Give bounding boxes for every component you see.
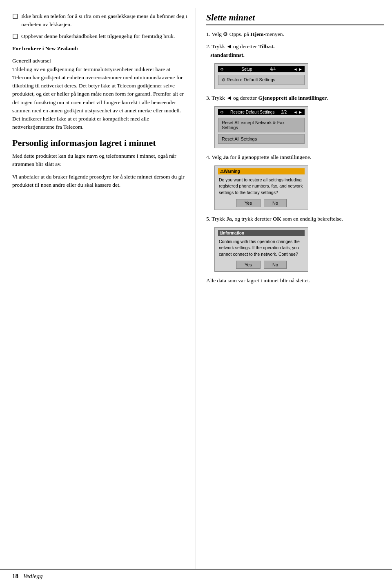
final-text-block: Alle data som var lagret i minnet blir n…	[206, 277, 384, 285]
step-4: 4. Velg Ja for å gjenopprette alle innst…	[206, 153, 384, 161]
screen-2-nav-icon: ◄ ►	[293, 110, 303, 114]
screen-2: ⚙ Restore Default Settings 2/2 ◄ ► Reset…	[214, 106, 308, 148]
step-4-text: 4. Velg Ja for å gjenopprette alle innst…	[206, 154, 311, 160]
step-5-text: 5. Trykk Ja, og trykk deretter OK som en…	[206, 216, 343, 222]
personal-info-heading: Personlig informasjon lagret i minnet	[12, 137, 187, 149]
screen-2-btn2: Reset All Settings	[218, 134, 305, 144]
step-3: 3. Trykk ◄ og deretter Gjenopprett alle …	[206, 94, 384, 102]
content-area: ☐ Ikke bruk en telefon for å si ifra om …	[0, 0, 392, 569]
warning-icon: ⚠	[220, 169, 224, 174]
warning-buttons: Yes No	[218, 199, 305, 207]
screen-1: ⚙ Setup 4/4 ◄ ► ⊘ Restore Default Settin…	[214, 63, 308, 89]
screen-1-restore-btn: ⊘ Restore Default Settings	[218, 75, 305, 85]
screen-1-nav-icon: ◄ ►	[293, 67, 303, 71]
warning-screen: ⚠ Warning Do you want to restore all set…	[214, 165, 308, 210]
screen-1-title: Setup	[241, 67, 252, 71]
new-zealand-body: Generell advarsel Tildeling av en godkje…	[12, 57, 187, 131]
screen-1-setup-icon: ⚙	[220, 67, 224, 71]
info-yes-btn[interactable]: Yes	[236, 261, 261, 269]
warning-body: Do you want to restore all settings incl…	[218, 177, 305, 196]
footer-page-number: 18	[12, 573, 18, 580]
screen-2-btn1: Reset All except Network & Fax Settings	[218, 118, 305, 132]
settings-icon: ⚙	[223, 31, 228, 37]
info-title: Information	[222, 231, 244, 235]
info-titlebar: ℹ Information	[218, 230, 305, 236]
info-screen: ℹ Information Continuing with this opera…	[214, 227, 308, 272]
page: ☐ Ikke bruk en telefon for å si ifra om …	[0, 0, 392, 583]
personal-info-para2: Vi anbefaler at du bruker følgende prose…	[12, 173, 187, 190]
step-1-text: 1. Velg ⚙ Opps. på Hjem-menyen.	[206, 31, 284, 37]
checkbox-icon-2: ☐	[12, 33, 18, 40]
checkbox-text-2: Oppbevar denne brukerhåndboken lett tilg…	[21, 32, 175, 40]
screen-2-title: Restore Default Settings	[230, 110, 274, 114]
screen-2-page: 2/2	[281, 110, 287, 114]
checkbox-text-1: Ikke bruk en telefon for å si ifra om en…	[21, 12, 187, 28]
warning-yes-btn[interactable]: Yes	[236, 199, 261, 207]
info-body: Continuing with this operation changes t…	[218, 239, 305, 257]
warning-title: Warning	[224, 169, 240, 174]
step-3-text: 3. Trykk ◄ og deretter Gjenopprett alle …	[206, 95, 328, 101]
right-column: Slette minnet 1. Velg ⚙ Opps. på Hjem-me…	[196, 8, 392, 569]
footer: 18 Vedlegg	[0, 569, 392, 583]
screen-2-titlebar: ⚙ Restore Default Settings 2/2 ◄ ►	[218, 109, 305, 115]
right-heading: Slette minnet	[206, 12, 384, 25]
personal-info-para1: Med dette produktet kan du lagre navn og…	[12, 152, 187, 169]
checkbox-icon-1: ☐	[12, 13, 18, 20]
step-5: 5. Trykk Ja, og trykk deretter OK som en…	[206, 215, 384, 223]
checkbox-item-2: ☐ Oppbevar denne brukerhåndboken lett ti…	[12, 32, 187, 40]
info-buttons: Yes No	[218, 261, 305, 269]
personal-info-section: Personlig informasjon lagret i minnet Me…	[12, 137, 187, 190]
new-zealand-heading: For brukere i New Zealand:	[12, 45, 187, 53]
step-2: 2. Trykk ◄ og deretter Tilb.st. standard…	[206, 42, 384, 59]
screen-1-btn-icon: ⊘	[222, 77, 227, 82]
warning-no-btn[interactable]: No	[264, 199, 287, 207]
step-1: 1. Velg ⚙ Opps. på Hjem-menyen.	[206, 30, 384, 38]
final-text: Alle data som var lagret i minnet blir n…	[206, 277, 384, 285]
warning-titlebar: ⚠ Warning	[218, 168, 305, 174]
screen-2-setup-icon: ⚙	[220, 110, 224, 114]
left-column: ☐ Ikke bruk en telefon for å si ifra om …	[0, 8, 196, 569]
footer-label: Vedlegg	[23, 573, 42, 580]
screen-1-page: 4/4	[270, 67, 276, 71]
new-zealand-section: For brukere i New Zealand: Generell adva…	[12, 45, 187, 132]
info-no-btn[interactable]: No	[264, 261, 287, 269]
step-2-text: 2. Trykk ◄ og deretter Tilb.st. standard…	[206, 43, 275, 58]
screen-1-titlebar: ⚙ Setup 4/4 ◄ ►	[218, 66, 305, 72]
checkbox-item-1: ☐ Ikke bruk en telefon for å si ifra om …	[12, 12, 187, 28]
